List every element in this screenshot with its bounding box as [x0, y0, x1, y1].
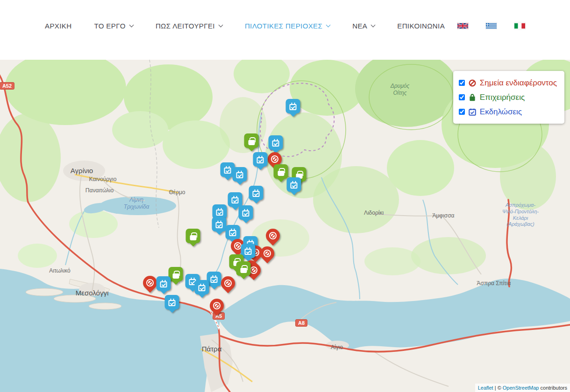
event-marker[interactable] [239, 205, 253, 224]
legend-label-events: Εκδηλώσεις [480, 105, 522, 119]
place-label: Λιδορίκι [364, 210, 384, 217]
event-marker[interactable] [286, 99, 300, 118]
circle-slash-icon [224, 280, 232, 287]
greek-flag[interactable] [486, 22, 497, 29]
calendar-icon [242, 210, 249, 217]
event-marker[interactable] [287, 177, 301, 196]
shopping-bag-icon [240, 268, 247, 273]
place-label: Άμφισσα [432, 212, 454, 219]
business-bag-icon [468, 93, 477, 102]
map-attribution: Leaflet | © OpenStreetMap contributors [475, 384, 570, 392]
italian-flag[interactable] [514, 22, 525, 29]
nav-item-project[interactable]: ΤΟ ΕΡΓΟ [94, 22, 133, 30]
place-label: Λίμνη Τριχωνίδα [124, 196, 150, 210]
calendar-icon [291, 182, 298, 189]
place-label: Αίγιο [331, 344, 343, 351]
nav-item-how-it-works[interactable]: ΠΩΣ ΛΕΙΤΟΥΡΓΕΙ [156, 22, 222, 30]
english-flag[interactable] [457, 22, 468, 29]
shopping-bag-icon [278, 171, 284, 176]
event-marker[interactable] [249, 186, 264, 204]
poi-icon [468, 79, 477, 87]
calendar-icon [245, 249, 252, 255]
legend-checkbox-events[interactable] [459, 109, 465, 115]
road-badge: Α52 [0, 82, 14, 90]
place-label: Άσπρα Σπίτια [477, 280, 511, 287]
calendar-icon [229, 230, 236, 236]
shopping-bag-icon [172, 273, 179, 279]
calendar-icon [272, 140, 279, 147]
calendar-icon [169, 300, 176, 306]
event-marker[interactable] [269, 135, 283, 154]
event-marker[interactable] [157, 276, 171, 295]
language-switcher [457, 22, 525, 29]
legend-item-poi[interactable]: Σημεία ενδιαφέροντος [459, 76, 557, 90]
legend-checkbox-poi[interactable] [459, 80, 465, 86]
shopping-bag-icon [190, 235, 196, 240]
calendar-icon [232, 197, 239, 203]
chevron-down-icon [371, 22, 376, 27]
attribution-separator: | © [493, 385, 503, 391]
poi-marker[interactable] [260, 246, 274, 262]
poi-marker[interactable] [266, 229, 280, 245]
business-marker[interactable] [186, 229, 200, 247]
chevron-down-icon [326, 22, 331, 27]
calendar-icon [253, 191, 260, 197]
legend-label-poi: Σημεία ενδιαφέροντος [480, 76, 557, 90]
legend-label-business: Επιχειρήσεις [480, 90, 525, 105]
circle-slash-icon [269, 232, 277, 239]
circle-slash-icon [146, 279, 154, 287]
circle-slash-icon [213, 302, 221, 309]
calendar-icon [216, 222, 223, 228]
event-marker[interactable] [253, 152, 268, 171]
layers-legend: Σημεία ενδιαφέροντος Επιχειρήσεις [453, 71, 564, 124]
chevron-down-icon [218, 22, 223, 27]
calendar-icon [160, 281, 167, 287]
legend-item-business[interactable]: Επιχειρήσεις [459, 90, 557, 105]
legend-checkbox-business[interactable] [459, 94, 465, 100]
osm-link[interactable]: OpenStreetMap [503, 385, 539, 391]
calendar-icon [290, 104, 297, 110]
event-marker[interactable] [195, 280, 209, 299]
calendar-icon [257, 157, 264, 163]
place-label: Αιτωλικό [49, 267, 71, 274]
event-marker[interactable] [233, 167, 247, 186]
calendar-icon [199, 285, 206, 291]
event-marker[interactable] [165, 295, 179, 314]
circle-slash-icon [264, 250, 271, 257]
place-label: Καινούργιο [89, 176, 117, 183]
chevron-down-icon [129, 22, 134, 27]
nav-item-home[interactable]: ΑΡΧΙΚΗ [45, 22, 71, 30]
poi-marker[interactable] [143, 276, 157, 292]
poi-marker[interactable] [221, 276, 235, 292]
place-label: Δρυμός Οίτης [391, 83, 410, 97]
business-marker[interactable] [274, 164, 288, 183]
circle-slash-icon [271, 155, 278, 163]
nav-item-news[interactable]: ΝΕΑ [352, 22, 375, 30]
place-label: Θέρμο [169, 189, 185, 196]
road-badge: Α8 [295, 319, 307, 327]
place-label: Πάτρα [202, 345, 222, 354]
place-label: Παναιτώλιο [86, 187, 114, 194]
place-label: Ασπρόχωμα- Ψιλό-Προντόλη- Κελάρι (Αράχωβ… [502, 202, 539, 228]
legend-item-events[interactable]: Εκδηλώσεις [459, 105, 557, 119]
calendar-icon [211, 277, 218, 283]
event-marker[interactable] [212, 217, 227, 236]
leaflet-link[interactable]: Leaflet [478, 385, 493, 391]
calendar-icon [224, 168, 231, 174]
place-label: Μεσολόγγι [76, 289, 108, 298]
nav-item-pilot-areas[interactable]: ΠΙΛΟΤΙΚΕΣ ΠΕΡΙΟΧΕΣ [245, 22, 330, 30]
business-marker[interactable] [236, 261, 251, 280]
place-label: Αγρίνιο [71, 167, 93, 175]
nav-item-contact[interactable]: ΕΠΙΚΟΙΝΩΝΙΑ [397, 22, 445, 30]
business-marker[interactable] [244, 133, 259, 152]
events-calendar-icon [468, 108, 477, 116]
calendar-icon [216, 210, 223, 216]
circle-slash-icon [250, 266, 257, 274]
attribution-suffix: contributors [539, 385, 567, 391]
map[interactable]: ΑγρίνιοΚαινούργιοΠαναιτώλιοΛίμνη Τριχωνί… [0, 60, 570, 392]
poi-marker[interactable] [210, 299, 224, 315]
calendar-icon [236, 172, 243, 178]
nav-menu: ΑΡΧΙΚΗ ΤΟ ΕΡΓΟ ΠΩΣ ΛΕΙΤΟΥΡΓΕΙ ΠΙΛΟΤΙΚΕΣ … [45, 22, 445, 30]
shopping-bag-icon [248, 140, 255, 145]
site-header: ΑΡΧΙΚΗ ΤΟ ΕΡΓΟ ΠΩΣ ΛΕΙΤΟΥΡΓΕΙ ΠΙΛΟΤΙΚΕΣ … [0, 0, 570, 60]
